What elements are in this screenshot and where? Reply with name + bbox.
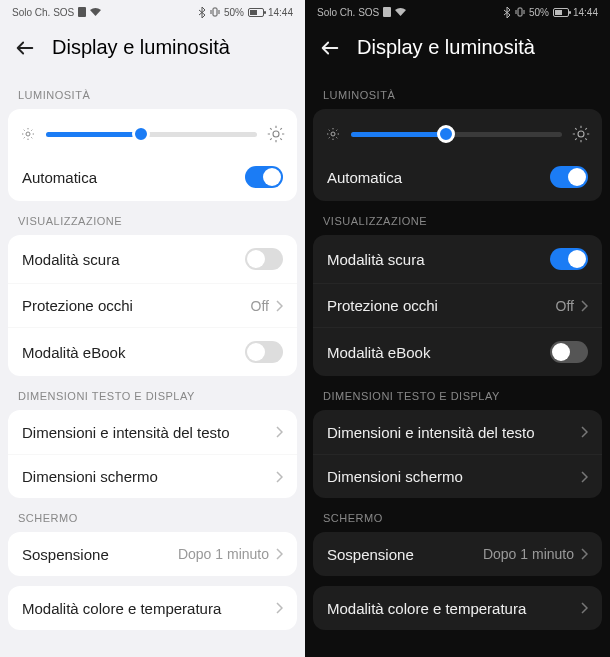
pane-dark: Solo Ch. SOS 50% 14:44 Display e luminos…	[305, 0, 610, 657]
chevron-right-icon	[580, 602, 588, 614]
vibrate-icon	[515, 7, 525, 17]
header: Display e luminosità	[0, 24, 305, 75]
row-dark-mode[interactable]: Modalità scura	[313, 235, 602, 283]
section-screen: SCHERMO	[305, 498, 610, 532]
sleep-value: Dopo 1 minuto	[483, 546, 574, 562]
auto-brightness-label: Automatica	[22, 169, 97, 186]
sleep-label: Sospensione	[327, 546, 414, 563]
svg-rect-0	[78, 7, 86, 17]
page-title: Display e luminosità	[357, 36, 535, 59]
auto-brightness-toggle[interactable]	[245, 166, 283, 188]
row-ebook[interactable]: Modalità eBook	[313, 327, 602, 376]
svg-line-42	[575, 138, 577, 140]
section-brightness: LUMINOSITÀ	[0, 75, 305, 109]
row-sleep[interactable]: Sospensione Dopo 1 minuto	[8, 532, 297, 576]
back-icon[interactable]	[319, 37, 341, 59]
dark-mode-toggle[interactable]	[550, 248, 588, 270]
row-text-size[interactable]: Dimensioni e intensità del testo	[313, 410, 602, 454]
svg-line-41	[585, 138, 587, 140]
svg-line-31	[329, 130, 330, 131]
svg-line-40	[575, 128, 577, 130]
row-eye-protection[interactable]: Protezione occhi Off	[313, 283, 602, 327]
svg-line-34	[336, 130, 337, 131]
header: Display e luminosità	[305, 24, 610, 75]
row-color-temp[interactable]: Modalità colore e temperatura	[8, 586, 297, 630]
card-screen: Sospensione Dopo 1 minuto	[313, 532, 602, 576]
row-eye-protection[interactable]: Protezione occhi Off	[8, 283, 297, 327]
bluetooth-icon	[504, 7, 511, 18]
row-dark-mode[interactable]: Modalità scura	[8, 235, 297, 283]
svg-line-21	[280, 128, 282, 130]
row-screen-size[interactable]: Dimensioni schermo	[8, 454, 297, 498]
section-brightness: LUMINOSITÀ	[305, 75, 610, 109]
sun-high-icon	[267, 125, 285, 143]
brightness-slider[interactable]	[351, 132, 562, 137]
svg-line-33	[329, 137, 330, 138]
svg-line-10	[31, 137, 32, 138]
svg-point-35	[578, 131, 584, 137]
sun-high-icon	[572, 125, 590, 143]
chevron-right-icon	[580, 300, 588, 312]
card-color: Modalità colore e temperatura	[313, 586, 602, 630]
svg-line-19	[280, 138, 282, 140]
section-text: DIMENSIONI TESTO E DISPLAY	[0, 376, 305, 410]
chevron-right-icon	[275, 471, 283, 483]
section-visual: VISUALIZZAZIONE	[305, 201, 610, 235]
svg-rect-23	[518, 8, 522, 16]
section-text: DIMENSIONI TESTO E DISPLAY	[305, 376, 610, 410]
color-temp-label: Modalità colore e temperatura	[327, 600, 526, 617]
row-ebook[interactable]: Modalità eBook	[8, 327, 297, 376]
brightness-slider-row	[313, 109, 602, 153]
svg-point-13	[273, 131, 279, 137]
row-screen-size[interactable]: Dimensioni schermo	[313, 454, 602, 498]
clock: 14:44	[573, 7, 598, 18]
dark-mode-toggle[interactable]	[245, 248, 283, 270]
chevron-right-icon	[580, 471, 588, 483]
ebook-toggle[interactable]	[245, 341, 283, 363]
battery-pct: 50%	[224, 7, 244, 18]
card-brightness: Automatica	[8, 109, 297, 201]
card-visual: Modalità scura Protezione occhi Off Moda…	[313, 235, 602, 376]
row-sleep[interactable]: Sospensione Dopo 1 minuto	[313, 532, 602, 576]
row-color-temp[interactable]: Modalità colore e temperatura	[313, 586, 602, 630]
card-screen: Sospensione Dopo 1 minuto	[8, 532, 297, 576]
svg-point-4	[26, 132, 30, 136]
carrier-text: Solo Ch. SOS	[317, 7, 379, 18]
ebook-label: Modalità eBook	[22, 344, 125, 361]
auto-brightness-toggle[interactable]	[550, 166, 588, 188]
text-size-label: Dimensioni e intensità del testo	[22, 424, 230, 441]
color-temp-label: Modalità colore e temperatura	[22, 600, 221, 617]
eye-value: Off	[251, 298, 269, 314]
brightness-slider-row	[8, 109, 297, 153]
clock: 14:44	[268, 7, 293, 18]
svg-line-12	[31, 130, 32, 131]
auto-brightness-label: Automatica	[327, 169, 402, 186]
card-text: Dimensioni e intensità del testo Dimensi…	[313, 410, 602, 498]
row-text-size[interactable]: Dimensioni e intensità del testo	[8, 410, 297, 454]
chevron-right-icon	[275, 548, 283, 560]
battery-pct: 50%	[529, 7, 549, 18]
svg-line-20	[270, 138, 272, 140]
section-screen: SCHERMO	[0, 498, 305, 532]
section-visual: VISUALIZZAZIONE	[0, 201, 305, 235]
row-auto-brightness[interactable]: Automatica	[8, 153, 297, 201]
chevron-right-icon	[580, 426, 588, 438]
wifi-icon	[90, 8, 101, 17]
sun-low-icon	[20, 126, 36, 142]
eye-value: Off	[556, 298, 574, 314]
back-icon[interactable]	[14, 37, 36, 59]
status-bar: Solo Ch. SOS 50% 14:44	[305, 0, 610, 24]
chevron-right-icon	[275, 426, 283, 438]
brightness-slider[interactable]	[46, 132, 257, 137]
page-title: Display e luminosità	[52, 36, 230, 59]
screen-size-label: Dimensioni schermo	[22, 468, 158, 485]
carrier-text: Solo Ch. SOS	[12, 7, 74, 18]
screen-size-label: Dimensioni schermo	[327, 468, 463, 485]
ebook-toggle[interactable]	[550, 341, 588, 363]
sleep-label: Sospensione	[22, 546, 109, 563]
ebook-label: Modalità eBook	[327, 344, 430, 361]
card-text: Dimensioni e intensità del testo Dimensi…	[8, 410, 297, 498]
row-auto-brightness[interactable]: Automatica	[313, 153, 602, 201]
svg-line-32	[336, 137, 337, 138]
sim-icon	[78, 7, 86, 17]
